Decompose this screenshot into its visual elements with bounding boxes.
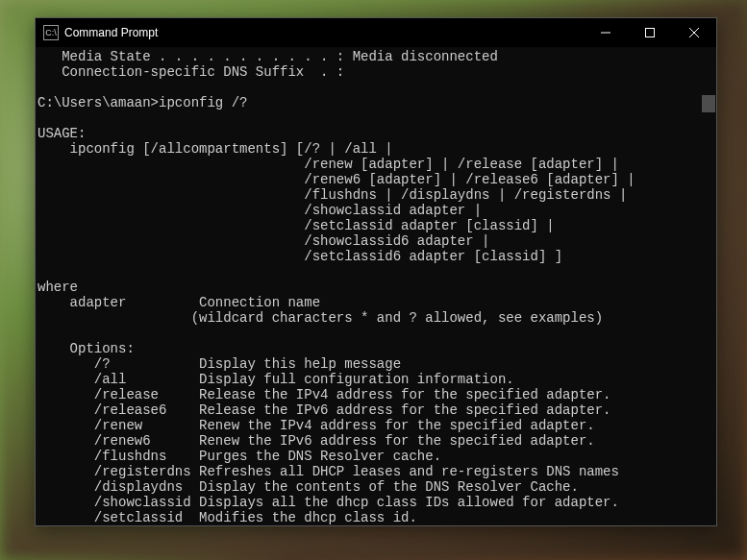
minimize-button[interactable] [584, 18, 628, 47]
maximize-icon [645, 28, 655, 37]
scrollbar-track[interactable] [702, 47, 715, 524]
minimize-icon [601, 28, 610, 37]
maximize-button[interactable] [628, 18, 672, 47]
window-controls [584, 18, 716, 47]
terminal-output[interactable]: Media State . . . . . . . . . . . : Medi… [36, 47, 716, 525]
scrollbar-thumb[interactable] [702, 95, 715, 112]
cmd-icon: C:\ [43, 25, 59, 40]
titlebar[interactable]: C:\ Command Prompt [36, 18, 716, 47]
close-icon [689, 28, 699, 37]
window-title: Command Prompt [64, 26, 584, 39]
close-button[interactable] [672, 18, 716, 47]
command-prompt-window: C:\ Command Prompt Media State . . . . .… [35, 17, 717, 526]
svg-rect-1 [646, 29, 655, 37]
